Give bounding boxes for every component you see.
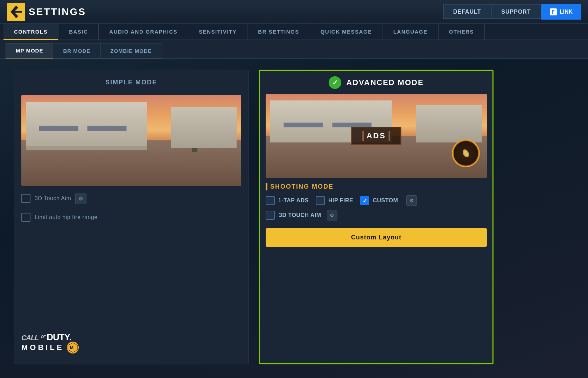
svg-text:M: M xyxy=(70,345,75,350)
one-tap-ads-option: 1-tap ADS xyxy=(266,196,309,205)
tab-controls[interactable]: CONTROLS xyxy=(4,24,58,40)
simple-option-hip-fire: Limit auto hip fire range xyxy=(21,211,241,224)
default-button[interactable]: DEFAULT xyxy=(443,5,491,19)
bullet-icon xyxy=(460,148,471,159)
logo-area: SETTINGS xyxy=(7,3,86,21)
tab-br-settings[interactable]: BR SETTINGS xyxy=(247,24,310,40)
custom-label: CUSTOM xyxy=(373,197,398,204)
link-label: LINK xyxy=(560,9,573,15)
custom-option: ✓ CUSTOM xyxy=(360,196,398,205)
ads-label: ADS xyxy=(366,131,386,140)
custom-gear-button[interactable]: ⚙ xyxy=(406,195,417,206)
subtab-zombie-mode[interactable]: ZOMBIE MODE xyxy=(100,43,162,58)
hip-fire-checkbox[interactable] xyxy=(316,196,325,205)
tab-audio-graphics[interactable]: AUDIO AND GRAPHICS xyxy=(99,24,188,40)
header-buttons: DEFAULT SUPPORT f LINK xyxy=(443,4,581,20)
one-tap-ads-label: 1-tap ADS xyxy=(278,197,309,204)
cod-title-text: CALL OF DUTY. xyxy=(21,332,241,342)
active-check-icon: ✓ xyxy=(329,76,341,89)
link-button[interactable]: f LINK xyxy=(541,4,581,20)
custom-checkbox[interactable]: ✓ xyxy=(360,196,369,205)
cod-subtitle-text: MOBILE M xyxy=(21,342,241,354)
support-button[interactable]: SUPPORT xyxy=(491,5,541,19)
ads-overlay: ADS xyxy=(351,127,401,145)
hip-fire-checkbox-simple[interactable] xyxy=(21,213,30,222)
advanced-mode-header: ✓ ADVANCED MODE xyxy=(266,76,487,89)
svg-point-13 xyxy=(461,148,470,159)
content-area: SIMPLE MODE xyxy=(0,59,588,375)
subtab-mp-mode[interactable]: MP MODE xyxy=(6,43,53,58)
facebook-icon: f xyxy=(550,8,557,15)
tab-others[interactable]: OTHERS xyxy=(439,24,485,40)
hip-fire-label-simple: Limit auto hip fire range xyxy=(35,214,98,220)
3d-touch-checkbox-advanced[interactable] xyxy=(266,211,275,220)
tab-sensitivity[interactable]: SENSITIVITY xyxy=(188,24,247,40)
3d-touch-gear-advanced[interactable]: ⚙ xyxy=(327,210,337,220)
tab-language[interactable]: LANGUAGE xyxy=(383,24,439,40)
tab-basic[interactable]: BASIC xyxy=(58,24,99,40)
building-right xyxy=(171,107,237,148)
custom-layout-button[interactable]: Custom Layout xyxy=(266,228,487,247)
3d-touch-label-simple: 3D Touch Aim xyxy=(35,195,71,202)
hip-fire-label: HIP FIRE xyxy=(328,197,353,204)
ads-bar-left xyxy=(362,131,364,141)
cod-logo: CALL OF DUTY. MOBILE M xyxy=(21,329,241,357)
shooting-options-row: 1-tap ADS HIP FIRE ✓ CUSTOM ⚙ xyxy=(266,195,487,206)
vent-1 xyxy=(39,126,78,131)
sub-tabs: MP MODE BR MODE ZOMBIE MODE xyxy=(0,40,588,59)
simple-mode-screenshot xyxy=(21,95,241,186)
building-roof-l xyxy=(26,146,147,150)
shooting-mode-label: SHOOTING MODE xyxy=(266,183,487,190)
mobile-badge-icon: M xyxy=(67,342,79,354)
adv-vent-1 xyxy=(284,122,323,127)
touch-aim-row: 3D Touch Aim ⚙ xyxy=(266,210,487,220)
adv-building-right xyxy=(416,105,483,142)
section-label-bar xyxy=(266,183,267,190)
fire-ring[interactable] xyxy=(452,139,480,167)
building-left xyxy=(26,102,147,148)
3d-touch-checkbox-simple[interactable] xyxy=(21,194,30,203)
tab-quick-message[interactable]: QUICK MESSAGE xyxy=(310,24,383,40)
hip-fire-option: HIP FIRE xyxy=(316,196,353,205)
vent-2 xyxy=(87,126,127,131)
3d-touch-gear-simple[interactable]: ⚙ xyxy=(75,193,86,204)
fire-button-overlay xyxy=(452,139,480,167)
settings-title: SETTINGS xyxy=(29,6,86,18)
svg-point-14 xyxy=(463,150,469,157)
simple-mode-panel: SIMPLE MODE xyxy=(14,70,248,364)
advanced-mode-screenshot: ADS xyxy=(266,94,487,178)
simple-option-3d-touch: 3D Touch Aim ⚙ xyxy=(21,191,241,206)
3d-touch-label-advanced: 3D Touch Aim xyxy=(279,212,321,218)
advanced-mode-title: ADVANCED MODE xyxy=(346,78,424,87)
advanced-mode-panel: ✓ ADVANCED MODE ADS xyxy=(259,70,493,364)
one-tap-ads-checkbox[interactable] xyxy=(266,196,275,205)
main-tabs: CONTROLS BASIC AUDIO AND GRAPHICS SENSIT… xyxy=(0,24,588,40)
ads-bar-right xyxy=(389,131,390,141)
shooting-mode-section: SHOOTING MODE 1-tap ADS HIP FIRE ✓ CUSTO… xyxy=(266,183,487,220)
top-header: SETTINGS DEFAULT SUPPORT f LINK xyxy=(0,0,588,24)
simple-mode-title: SIMPLE MODE xyxy=(21,77,241,90)
shooting-mode-title: SHOOTING MODE xyxy=(270,183,334,190)
svg-text:f: f xyxy=(552,9,555,15)
subtab-br-mode[interactable]: BR MODE xyxy=(53,43,100,58)
app-logo-icon xyxy=(7,3,25,21)
